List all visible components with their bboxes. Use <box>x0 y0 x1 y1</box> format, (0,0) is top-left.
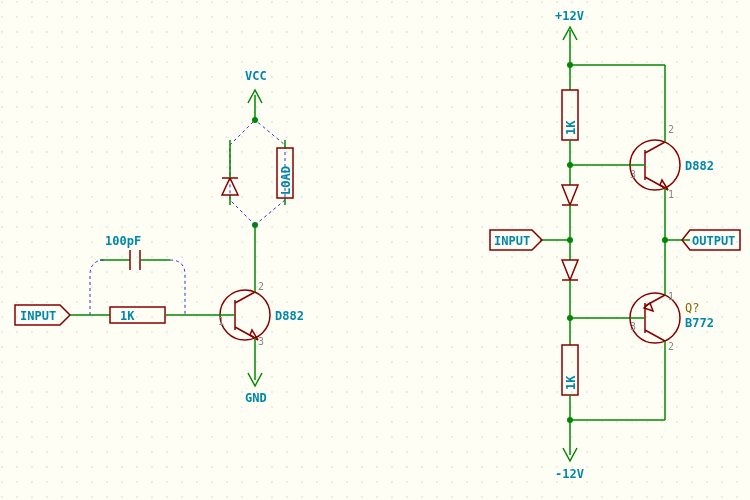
r1-value: 1K <box>564 120 578 135</box>
pnp-ref: Q? <box>685 301 699 315</box>
pnp-pin3: 3 <box>630 321 636 332</box>
pnp-pin1: 1 <box>668 291 674 302</box>
npn-pin1: 1 <box>668 189 674 200</box>
pnp-part: B772 <box>685 316 714 330</box>
vcc-label: VCC <box>245 69 267 83</box>
cap-value: 100pF <box>105 234 141 248</box>
input-label-left: INPUT <box>20 309 56 323</box>
svg-rect-1 <box>0 0 750 500</box>
pin-2: 2 <box>258 281 264 292</box>
pin-3: 3 <box>258 336 264 347</box>
resistor-value-left: 1K <box>120 309 135 323</box>
vpos-label: +12V <box>555 9 584 23</box>
input-label-right: INPUT <box>494 234 530 248</box>
schematic-canvas: INPUT 1K 100pF <box>0 0 750 500</box>
npn-pin2: 2 <box>668 124 674 135</box>
output-label: OUTPUT <box>692 234 735 248</box>
grid <box>0 0 750 500</box>
pin-1: 1 <box>218 316 224 327</box>
npn-pin3: 3 <box>630 169 636 180</box>
pnp-pin2: 2 <box>668 341 674 352</box>
npn-part-left: D882 <box>275 309 304 323</box>
load-label: LOAD <box>279 166 293 195</box>
r2-value: 1K <box>564 375 578 390</box>
gnd-label: GND <box>245 391 267 405</box>
npn-part-right: D882 <box>685 159 714 173</box>
vneg-label: -12V <box>555 467 584 481</box>
